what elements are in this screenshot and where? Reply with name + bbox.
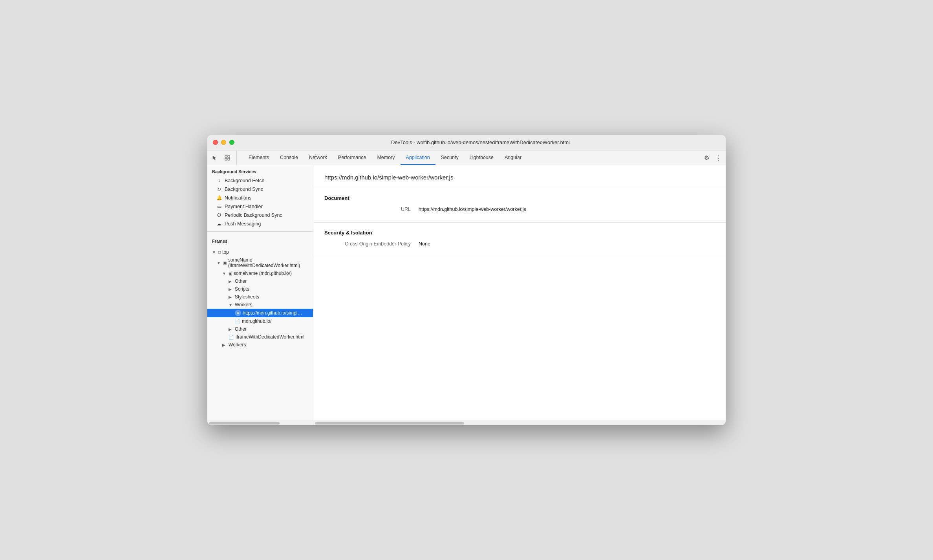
security-section-title: Security & Isolation [324,230,715,236]
detail-url: https://mdn.github.io/simple-web-worker/… [313,165,726,188]
tab-lighthouse[interactable]: Lighthouse [464,150,499,165]
tab-security[interactable]: Security [435,150,464,165]
periodic-sync-icon: ⏱ [216,212,222,218]
titlebar: DevTools - wolfib.github.io/web-demos/ne… [207,135,726,150]
tree-arrow: ▶ [229,295,233,299]
tree-arrow: ▼ [212,250,217,254]
tab-console[interactable]: Console [274,150,304,165]
file-icon: 📄 [229,335,234,340]
tree-arrow: ▼ [229,303,233,307]
tree-arrow: ▼ [217,261,221,265]
frames-tree: ▼ □ top ▼ ▣ someName (iframeWithDedicate… [207,246,313,351]
tree-item-iframe-file[interactable]: 📄 iframeWithDedicatedWorker.html [207,333,313,341]
frame-icon: □ [218,250,221,254]
sidebar-item-bg-sync[interactable]: ↻ Background Sync [207,185,313,194]
bg-sync-icon: ↻ [216,187,222,192]
tree-item-stylesheets[interactable]: ▶ Stylesheets [207,293,313,301]
tab-network[interactable]: Network [304,150,333,165]
document-section: Document URL https://mdn.github.io/simpl… [313,188,726,223]
devtools-window: DevTools - wolfib.github.io/web-demos/ne… [207,135,726,425]
svg-rect-3 [228,158,230,160]
file-icon: 📄 [235,319,240,324]
tree-item-mdn-file[interactable]: 📄 mdn.github.io/ [207,317,313,325]
frames-header: Frames [207,235,313,246]
url-label: URL [324,207,419,212]
detail-panel: https://mdn.github.io/simple-web-worker/… [313,165,726,421]
tab-angular[interactable]: Angular [499,150,527,165]
sidebar-item-bg-fetch[interactable]: ↕ Background Fetch [207,176,313,185]
tree-item-other-1[interactable]: ▶ Other [207,277,313,285]
tab-application[interactable]: Application [401,150,435,165]
tab-memory[interactable]: Memory [371,150,400,165]
tab-performance[interactable]: Performance [333,150,372,165]
settings-icon[interactable]: ⚙ [702,154,711,162]
tree-item-someName-iframe[interactable]: ▼ ▣ someName (iframeWithDedicatedWorker.… [207,256,313,269]
tree-item-other-2[interactable]: ▶ Other [207,325,313,333]
detail-scroll[interactable] [313,421,726,425]
tabs-bar: Elements Console Network Performance Mem… [207,150,726,165]
gear-icon: ⚙ [235,310,241,316]
tree-item-workers[interactable]: ▼ Workers [207,301,313,309]
detail-scrollbar-area [313,421,726,425]
document-section-title: Document [324,195,715,201]
coep-row: Cross-Origin Embedder Policy None [324,241,715,247]
bottom-scrollbars [207,421,726,425]
sidebar-item-periodic-bg-sync[interactable]: ⏱ Periodic Background Sync [207,211,313,220]
notifications-icon: 🔔 [216,195,222,201]
tab-elements[interactable]: Elements [243,150,274,165]
more-icon[interactable]: ⋮ [714,154,723,162]
main-content: Background Services ↕ Background Fetch ↻… [207,165,726,421]
security-section: Security & Isolation Cross-Origin Embedd… [313,223,726,257]
svg-rect-0 [225,156,227,157]
maximize-button[interactable] [229,140,234,145]
tree-arrow: ▶ [222,343,227,347]
frame-icon: ▣ [229,271,232,276]
url-value: https://mdn.github.io/simple-web-worker/… [419,207,526,212]
sidebar: Background Services ↕ Background Fetch ↻… [207,165,313,421]
sidebar-scroll[interactable] [207,421,313,425]
bg-services-header: Background Services [207,165,313,176]
tabs-end-actions: ⚙ ⋮ [702,150,723,165]
sidebar-item-push-messaging[interactable]: ☁ Push Messaging [207,220,313,228]
minimize-button[interactable] [221,140,226,145]
toolbar-icons [210,150,237,165]
detail-scroll-thumb [315,422,464,425]
coep-value: None [419,241,430,247]
inspect-icon[interactable] [223,154,232,162]
tree-item-workers-2[interactable]: ▶ Workers [207,341,313,349]
sidebar-item-notifications[interactable]: 🔔 Notifications [207,194,313,202]
window-title: DevTools - wolfib.github.io/web-demos/ne… [241,139,720,145]
tree-item-scripts[interactable]: ▶ Scripts [207,285,313,293]
svg-rect-1 [225,158,227,160]
sidebar-scroll-thumb [209,422,280,425]
tree-arrow: ▶ [229,327,233,331]
frame-icon: ▣ [223,261,227,265]
close-button[interactable] [213,140,218,145]
sidebar-item-payment-handler[interactable]: ▭ Payment Handler [207,202,313,211]
bg-fetch-icon: ↕ [216,178,222,183]
sidebar-divider [207,231,313,232]
traffic-lights [213,140,234,145]
tree-item-top[interactable]: ▼ □ top [207,248,313,256]
url-row: URL https://mdn.github.io/simple-web-wor… [324,207,715,212]
tree-arrow: ▶ [229,287,233,291]
push-icon: ☁ [216,221,222,227]
coep-label: Cross-Origin Embedder Policy [324,241,419,247]
tree-item-someName-mdn[interactable]: ▼ ▣ someName (mdn.github.io/) [207,269,313,277]
tree-item-worker-url[interactable]: ⚙ https://mdn.github.io/simple-web-worke… [207,309,313,317]
svg-rect-2 [228,156,230,157]
payment-icon: ▭ [216,204,222,209]
tree-arrow: ▶ [229,279,233,284]
cursor-icon[interactable] [210,154,219,162]
sidebar-scrollbar-area [207,421,313,425]
tree-arrow: ▼ [222,271,227,276]
